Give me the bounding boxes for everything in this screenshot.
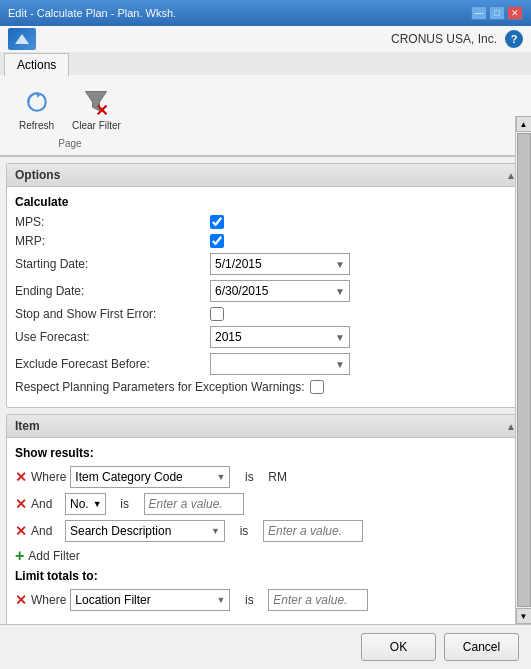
clear-filter-label: Clear Filter [72, 120, 121, 131]
filter-field-text-3: Search Description [70, 524, 171, 538]
ending-date-control: 6/30/2015 ▼ [210, 280, 516, 302]
company-name: CRONUS USA, Inc. [391, 32, 497, 46]
clear-filter-button[interactable]: Clear Filter [65, 81, 128, 136]
refresh-button[interactable]: Refresh [12, 81, 61, 136]
use-forecast-control: 2015 ▼ [210, 326, 516, 348]
limit-filter-field[interactable]: Location Filter ▼ [70, 589, 230, 611]
item-section-header[interactable]: Item ▲ [7, 415, 524, 438]
ending-date-row: Ending Date: 6/30/2015 ▼ [15, 280, 516, 302]
mrp-control [210, 234, 516, 248]
clear-filter-icon [80, 86, 112, 118]
refresh-label: Refresh [19, 120, 54, 131]
mps-control [210, 215, 516, 229]
limit-filter-value-input[interactable] [268, 589, 368, 611]
filter-field-text-1: Item Category Code [75, 470, 182, 484]
window-controls: — □ ✕ [471, 6, 523, 20]
help-button[interactable]: ? [505, 30, 523, 48]
starting-date-control: 5/1/2015 ▼ [210, 253, 516, 275]
mps-checkbox[interactable] [210, 215, 224, 229]
close-button[interactable]: ✕ [507, 6, 523, 20]
title-bar: Edit - Calculate Plan - Plan. Wksh. — □ … [0, 0, 531, 26]
filter-delete-icon-2[interactable]: ✕ [15, 496, 27, 512]
use-forecast-arrow: ▼ [335, 332, 345, 343]
options-section-header[interactable]: Options ▲ [7, 164, 524, 187]
mrp-row: MRP: [15, 234, 516, 248]
ok-button[interactable]: OK [361, 633, 436, 661]
ending-date-value: 6/30/2015 [215, 284, 268, 298]
calculate-label: Calculate [15, 195, 516, 209]
footer: OK Cancel [0, 624, 531, 669]
limit-filter-field-arrow: ▼ [216, 595, 225, 605]
use-forecast-label: Use Forecast: [15, 330, 210, 344]
filter-field-1[interactable]: Item Category Code ▼ [70, 466, 230, 488]
starting-date-arrow: ▼ [335, 259, 345, 270]
exclude-forecast-label: Exclude Forecast Before: [15, 357, 210, 371]
filter-delete-icon-3[interactable]: ✕ [15, 523, 27, 539]
respect-params-label: Respect Planning Parameters for Exceptio… [15, 380, 310, 394]
filter-field-3[interactable]: Search Description ▼ [65, 520, 225, 542]
exclude-forecast-select[interactable]: ▼ [210, 353, 350, 375]
starting-date-select[interactable]: 5/1/2015 ▼ [210, 253, 350, 275]
filter-value-input-2[interactable] [144, 493, 244, 515]
add-filter-icon[interactable]: + [15, 547, 24, 565]
ribbon: CRONUS USA, Inc. ? Actions [0, 26, 531, 157]
ending-date-label: Ending Date: [15, 284, 210, 298]
filter-value-input-3[interactable] [263, 520, 363, 542]
show-results-label: Show results: [15, 446, 516, 460]
stop-error-label: Stop and Show First Error: [15, 307, 210, 321]
filter-delete-icon-1[interactable]: ✕ [15, 469, 27, 485]
filter-field-arrow-3: ▼ [211, 526, 220, 536]
stop-error-control [210, 307, 516, 321]
limit-filter-connector: Where [31, 593, 66, 607]
tab-actions[interactable]: Actions [4, 53, 69, 76]
ribbon-buttons: Refresh Clear Filter [12, 81, 128, 136]
starting-date-label: Starting Date: [15, 257, 210, 271]
mrp-checkbox[interactable] [210, 234, 224, 248]
filter-field-text-2: No. [66, 497, 93, 511]
scroll-down-arrow[interactable]: ▼ [516, 608, 532, 624]
filter-field-arrow-2: ▼ [93, 499, 105, 509]
mps-label: MPS: [15, 215, 210, 229]
limit-filter-row: ✕ Where Location Filter ▼ is [15, 589, 516, 611]
refresh-icon [21, 86, 53, 118]
main-content: Options ▲ Calculate MPS: MRP: [0, 157, 531, 665]
exclude-forecast-row: Exclude Forecast Before: ▼ [15, 353, 516, 375]
filter-value-1: RM [268, 470, 328, 484]
starting-date-value: 5/1/2015 [215, 257, 262, 271]
respect-params-control [310, 380, 516, 394]
ribbon-group-label: Page [58, 138, 81, 149]
scroll-thumb[interactable] [517, 133, 531, 607]
filter-section: Show results: ✕ Where Item Category Code… [7, 438, 524, 624]
limit-filter-field-text: Location Filter [75, 593, 150, 607]
filter-op-1: is [234, 470, 264, 484]
filter-row-2: ✕ And No. ▼ is [15, 493, 516, 515]
use-forecast-row: Use Forecast: 2015 ▼ [15, 326, 516, 348]
maximize-button[interactable]: □ [489, 6, 505, 20]
filter-field-2-container[interactable]: No. ▼ [65, 493, 106, 515]
mrp-label: MRP: [15, 234, 210, 248]
starting-date-row: Starting Date: 5/1/2015 ▼ [15, 253, 516, 275]
filter-row-3: ✕ And Search Description ▼ is [15, 520, 516, 542]
use-forecast-select[interactable]: 2015 ▼ [210, 326, 350, 348]
options-content: Calculate MPS: MRP: Startin [7, 187, 524, 407]
item-title: Item [15, 419, 40, 433]
minimize-button[interactable]: — [471, 6, 487, 20]
ending-date-select[interactable]: 6/30/2015 ▼ [210, 280, 350, 302]
scrollbar[interactable]: ▲ ▼ [515, 116, 531, 624]
add-filter-row: + Add Filter [15, 547, 516, 565]
limit-totals-label: Limit totals to: [15, 569, 516, 583]
mps-row: MPS: [15, 215, 516, 229]
add-filter-label[interactable]: Add Filter [28, 549, 79, 563]
stop-error-checkbox[interactable] [210, 307, 224, 321]
cancel-button[interactable]: Cancel [444, 633, 519, 661]
ribbon-group-page: Refresh Clear Filter [4, 79, 136, 151]
ribbon-tabs: Actions [0, 52, 531, 75]
scroll-up-arrow[interactable]: ▲ [516, 116, 532, 132]
options-title: Options [15, 168, 60, 182]
ribbon-content: Refresh Clear Filter [0, 75, 531, 156]
window-title: Edit - Calculate Plan - Plan. Wksh. [8, 7, 176, 19]
ending-date-arrow: ▼ [335, 286, 345, 297]
limit-filter-delete-icon[interactable]: ✕ [15, 592, 27, 608]
respect-params-checkbox[interactable] [310, 380, 324, 394]
stop-error-row: Stop and Show First Error: [15, 307, 516, 321]
